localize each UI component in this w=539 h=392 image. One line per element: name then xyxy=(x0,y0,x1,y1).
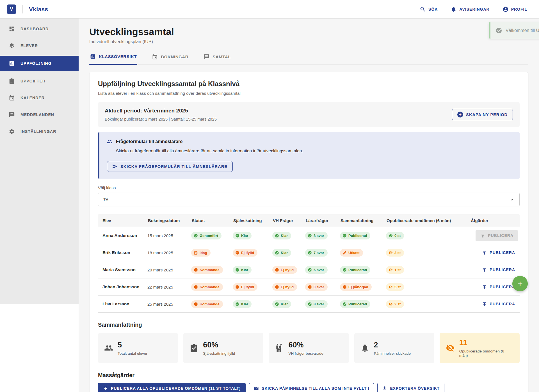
group-icon xyxy=(107,139,113,144)
app-logo[interactable]: V xyxy=(7,4,16,14)
col-header-sammanfattning: Sammanfattning xyxy=(340,218,386,223)
publish-button[interactable]: PUBLICERA xyxy=(479,265,518,275)
publish-all-button[interactable]: PUBLICERA ALLA OPUBLICERADE OMDÖMEN (11 … xyxy=(98,383,246,392)
tab-samtal[interactable]: SAMTAL xyxy=(203,52,231,64)
sidebar-item-uppgifter[interactable]: UPPGIFTER xyxy=(0,74,79,88)
vh-chip: Ej ifylld xyxy=(272,266,297,274)
table-header-row: Elev Bokningsdatum Status Självskattning… xyxy=(98,214,520,227)
col-header-elev: Elev xyxy=(98,218,147,223)
summary-value: 11 xyxy=(459,338,513,347)
summary-value: 60% xyxy=(203,341,235,349)
pending-icon xyxy=(308,285,312,289)
nav-notifications-label: AVISERINGAR xyxy=(459,7,489,11)
sjalvskattning-chip: Klar xyxy=(233,266,252,274)
publish-icon xyxy=(103,386,108,391)
questionnaire-description: Skicka ut frågeformulär till alla ämnesl… xyxy=(116,148,512,153)
overview-card: Uppföljning Utvecklingssamtal på Klassni… xyxy=(89,72,528,392)
eye-off-icon xyxy=(389,302,393,306)
create-period-button[interactable]: + SKAPA NY PERIOD xyxy=(452,109,513,120)
sidebar-item-dashboard[interactable]: DASHBOARD xyxy=(0,22,79,36)
nav-profile[interactable]: PROFIL xyxy=(503,6,527,12)
send-reminder-button[interactable]: SKICKA PÅMINNELSE TILL ALLA SOM INTE FYL… xyxy=(249,383,374,392)
sidebar-item-meddelanden[interactable]: MEDDELANDEN xyxy=(0,108,79,121)
sidebar-item-label: UPPFÖLJNING xyxy=(20,61,52,66)
person-icon xyxy=(503,6,509,12)
sjalvskattning-chip: Klar xyxy=(233,232,252,239)
sidebar-item-elever[interactable]: ELEVER xyxy=(0,39,79,52)
send-questionnaire-button[interactable]: SKICKA FRÅGEFORMULÄR TILL ÄMNESLÄRARE xyxy=(107,161,233,172)
tab-bokningar[interactable]: BOKNINGAR xyxy=(151,52,189,64)
sidebar-item-installningar[interactable]: INSTÄLLNINGAR xyxy=(0,125,79,138)
summary-card-vh: 60% VH frågor besvarade xyxy=(269,333,349,363)
student-name: Maria Svensson xyxy=(98,267,147,272)
download-icon xyxy=(382,386,387,391)
publish-button-disabled: PUBLICERA xyxy=(476,230,518,241)
check-circle-icon xyxy=(235,302,239,306)
gear-icon xyxy=(9,128,15,135)
class-select[interactable]: 7A xyxy=(98,193,520,206)
calendar-icon xyxy=(194,251,198,255)
clock-icon xyxy=(194,285,198,289)
plus-icon: + xyxy=(457,112,463,117)
sidebar-item-label: DASHBOARD xyxy=(20,27,49,31)
send-questionnaire-label: SKICKA FRÅGEFORMULÄR TILL ÄMNESLÄRARE xyxy=(120,164,227,169)
sidebar-item-label: INSTÄLLNINGAR xyxy=(20,129,56,134)
check-circle-icon xyxy=(235,268,239,272)
summary-card-sjalvskattning: 60% Självskattning ifylld xyxy=(183,333,263,363)
summary-label: Opublicerade omdömen (6 mån) xyxy=(459,349,513,358)
chat-icon xyxy=(204,54,209,60)
sidebar-item-kalender[interactable]: KALENDER xyxy=(0,91,79,105)
sidebar-item-uppfoljning[interactable]: UPPFÖLJNING xyxy=(0,56,79,71)
summary-label: VH frågor besvarade xyxy=(288,351,323,356)
page-subtitle: Individuell utvecklingsplan (IUP) xyxy=(89,39,528,44)
export-overview-button[interactable]: EXPORTERA ÖVERSIKT xyxy=(377,383,444,392)
publish-icon xyxy=(480,233,485,238)
summary-value: 5 xyxy=(118,341,147,349)
opublicerade-chip: 3 st xyxy=(386,249,404,257)
booking-date: 18 mars 2025 xyxy=(147,250,191,255)
pending-icon xyxy=(275,285,279,289)
add-fab-button[interactable]: + xyxy=(512,276,528,291)
bar-chart-icon xyxy=(9,60,15,66)
col-header-sjalvskattning: Självskattning xyxy=(233,218,272,223)
eye-off-icon xyxy=(446,343,455,352)
clock-icon xyxy=(194,302,198,306)
vh-chip: Klar xyxy=(272,249,291,257)
pending-icon xyxy=(235,251,239,255)
pencil-icon xyxy=(342,251,347,255)
publish-button[interactable]: PUBLICERA xyxy=(479,299,518,309)
nav-search[interactable]: SÖK xyxy=(420,6,438,12)
clock-icon xyxy=(194,268,198,272)
sammanfattning-chip: Utkast xyxy=(340,249,363,257)
top-bar: V Vklass SÖK AVISERINGAR PROFIL xyxy=(0,0,539,19)
publish-button[interactable]: PUBLICERA xyxy=(479,248,518,258)
larar-chip: 0 svar xyxy=(305,283,328,291)
tab-klassoversikt[interactable]: KLASSÖVERSIKT xyxy=(89,52,137,65)
check-circle-icon xyxy=(308,302,312,306)
status-chip: Kommande xyxy=(191,300,223,308)
table-row: Anna Andersson 15 mars 2025 Genomfört Kl… xyxy=(98,227,520,244)
app-window: V Vklass SÖK AVISERINGAR PROFIL Välkomme… xyxy=(0,0,539,392)
nav-notifications[interactable]: AVISERINGAR xyxy=(451,6,489,12)
mass-actions-heading: Massåtgärder xyxy=(98,372,520,379)
opublicerade-chip: 2 st xyxy=(386,300,404,308)
summary-value: 2 xyxy=(374,341,411,349)
check-circle-icon xyxy=(308,268,312,272)
welcome-toast[interactable]: Välkommen till Utv xyxy=(489,22,539,39)
sjalvskattning-chip: Ej ifylld xyxy=(233,283,257,291)
sidebar: DASHBOARD ELEVER UPPFÖLJNING UPPGIFTER K… xyxy=(0,19,79,304)
logo-divider xyxy=(22,5,23,13)
student-name: Erik Eriksson xyxy=(98,250,147,255)
class-select-label: Välj klass xyxy=(98,185,520,190)
pending-icon xyxy=(342,285,347,289)
table-row: Erik Eriksson 18 mars 2025 Idag Ej ifyll… xyxy=(98,244,520,261)
family-icon xyxy=(275,343,284,352)
booking-date: 20 mars 2025 xyxy=(147,268,191,272)
clipboard-check-icon xyxy=(189,343,198,352)
sammanfattning-chip: Ej påbörjad xyxy=(340,283,372,291)
publish-icon xyxy=(482,284,487,290)
check-circle-icon xyxy=(495,27,502,34)
check-circle-icon xyxy=(194,234,198,238)
larar-chip: 8 svar xyxy=(305,232,328,239)
eye-icon xyxy=(389,234,393,238)
